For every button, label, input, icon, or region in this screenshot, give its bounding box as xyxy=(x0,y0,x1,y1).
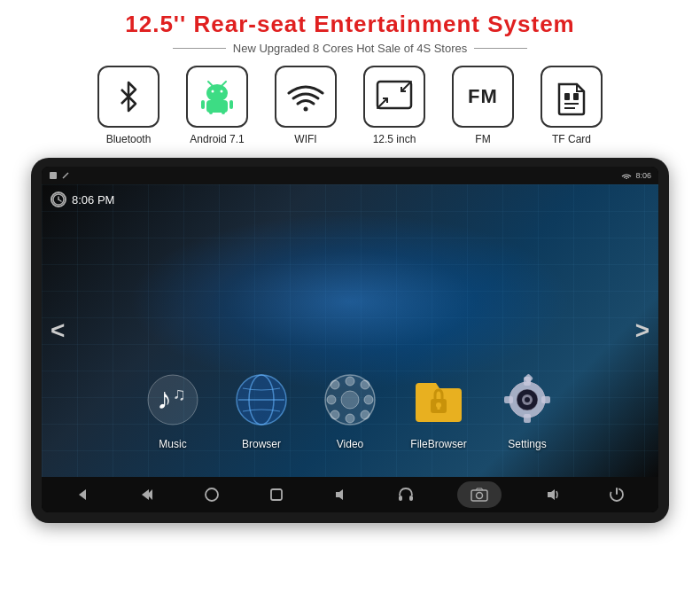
bluetooth-icon xyxy=(113,81,144,113)
clock-face-icon xyxy=(52,193,65,206)
wifi-icon-box xyxy=(275,66,337,128)
music-icon: ♪ ♫ xyxy=(142,369,204,431)
nav-power-btn[interactable] xyxy=(603,481,630,508)
svg-point-55 xyxy=(206,488,218,501)
svg-rect-8 xyxy=(209,111,213,114)
screen-glow xyxy=(128,213,572,390)
svg-rect-6 xyxy=(201,100,205,109)
svg-rect-9 xyxy=(222,111,225,114)
svg-rect-59 xyxy=(409,496,413,501)
screen-icon-box xyxy=(363,66,425,128)
settings-label: Settings xyxy=(508,438,546,450)
screen-content: 8:06 PM < ♪ ♫ xyxy=(42,184,658,477)
feature-bluetooth: Bluetooth xyxy=(97,66,159,145)
svg-line-13 xyxy=(401,82,411,91)
svg-marker-52 xyxy=(79,489,86,500)
svg-rect-5 xyxy=(206,100,228,113)
music-label: Music xyxy=(159,438,186,450)
subtitle: New Upgraded 8 Cores Hot Sale of 4S Stor… xyxy=(173,42,527,55)
nav-back-btn[interactable] xyxy=(69,481,96,508)
film-reel-icon xyxy=(319,369,381,431)
svg-point-32 xyxy=(346,414,354,423)
android-icon xyxy=(199,79,235,114)
svg-text:♪: ♪ xyxy=(157,381,172,415)
globe-icon xyxy=(230,369,292,431)
tf-icon-box xyxy=(541,66,603,128)
device-mockup: 8:06 8:06 PM xyxy=(31,158,669,523)
app-music[interactable]: ♪ ♫ Music xyxy=(142,369,204,450)
svg-rect-15 xyxy=(573,93,579,100)
fm-icon-box: FM xyxy=(452,66,514,128)
svg-rect-58 xyxy=(399,496,402,501)
fm-label: FM xyxy=(475,133,490,145)
svg-point-61 xyxy=(476,493,482,499)
screen-label: 12.5 inch xyxy=(373,133,416,145)
fm-text: FM xyxy=(468,85,498,108)
svg-point-1 xyxy=(212,90,214,93)
svg-rect-41 xyxy=(438,406,440,410)
tf-card-icon xyxy=(556,77,587,116)
svg-point-37 xyxy=(361,380,369,389)
svg-point-10 xyxy=(304,107,308,112)
svg-text:♫: ♫ xyxy=(173,384,186,403)
clock-icon xyxy=(51,191,66,207)
page-wrapper: 12.5'' Rear-seat Entertainment System Ne… xyxy=(0,0,700,609)
app-filebrowser[interactable]: FileBrowser xyxy=(408,369,470,450)
svg-rect-56 xyxy=(271,489,282,500)
signal-icon-status xyxy=(61,171,70,180)
wifi-label: WIFI xyxy=(294,133,316,145)
nav-volume-btn[interactable] xyxy=(328,481,354,508)
android-icon-box xyxy=(186,66,248,128)
nav-arrow-left[interactable]: < xyxy=(51,316,65,345)
page-title: 12.5'' Rear-seat Entertainment System xyxy=(125,11,574,38)
screen-size-icon xyxy=(375,79,414,114)
svg-rect-47 xyxy=(541,396,550,403)
svg-point-2 xyxy=(221,90,223,93)
status-left xyxy=(49,171,70,180)
svg-rect-14 xyxy=(564,93,570,100)
clock-time: 8:06 PM xyxy=(72,193,114,207)
nav-bar xyxy=(42,477,658,512)
svg-marker-62 xyxy=(548,489,555,500)
svg-line-3 xyxy=(208,82,212,85)
svg-point-0 xyxy=(206,84,228,102)
nav-back2-btn[interactable] xyxy=(134,481,160,508)
nav-arrow-right[interactable]: > xyxy=(635,316,649,345)
svg-point-51 xyxy=(525,397,530,402)
nav-volume2-btn[interactable] xyxy=(540,481,566,508)
svg-rect-7 xyxy=(229,100,233,109)
app-settings[interactable]: Settings xyxy=(496,369,558,450)
feature-wifi: WIFI xyxy=(275,66,337,145)
bluetooth-label: Bluetooth xyxy=(106,133,152,145)
svg-point-36 xyxy=(361,410,369,419)
feature-tf: TF Card xyxy=(541,66,603,145)
status-right: 8:06 xyxy=(621,171,651,180)
android-label: Android 7.1 xyxy=(190,133,244,145)
status-bar: 8:06 xyxy=(42,167,658,184)
tf-label: TF Card xyxy=(552,133,591,145)
svg-rect-18 xyxy=(50,172,57,179)
svg-line-22 xyxy=(58,199,61,201)
gear-icon xyxy=(496,369,558,431)
feature-screen: 12.5 inch xyxy=(363,66,425,145)
svg-point-19 xyxy=(626,178,628,179)
svg-marker-57 xyxy=(336,489,343,500)
svg-point-30 xyxy=(341,391,359,409)
feature-android: Android 7.1 xyxy=(186,66,248,145)
folder-lock-icon xyxy=(408,369,470,431)
features-row: Bluetooth xyxy=(14,66,686,145)
svg-point-33 xyxy=(327,395,336,404)
app-video[interactable]: Video xyxy=(319,369,381,450)
svg-rect-45 xyxy=(524,414,531,423)
app-browser[interactable]: Browser xyxy=(230,369,292,450)
svg-point-34 xyxy=(364,395,373,404)
wifi-status-icon xyxy=(621,172,632,179)
nav-headphones-btn[interactable] xyxy=(393,481,419,508)
settings-icon-status xyxy=(49,171,58,180)
clock-area: 8:06 PM xyxy=(51,191,114,207)
nav-home-btn[interactable] xyxy=(198,481,225,508)
svg-point-38 xyxy=(331,410,339,419)
nav-camera-btn[interactable] xyxy=(457,481,502,508)
svg-point-35 xyxy=(331,380,339,389)
nav-square-btn[interactable] xyxy=(263,481,290,508)
